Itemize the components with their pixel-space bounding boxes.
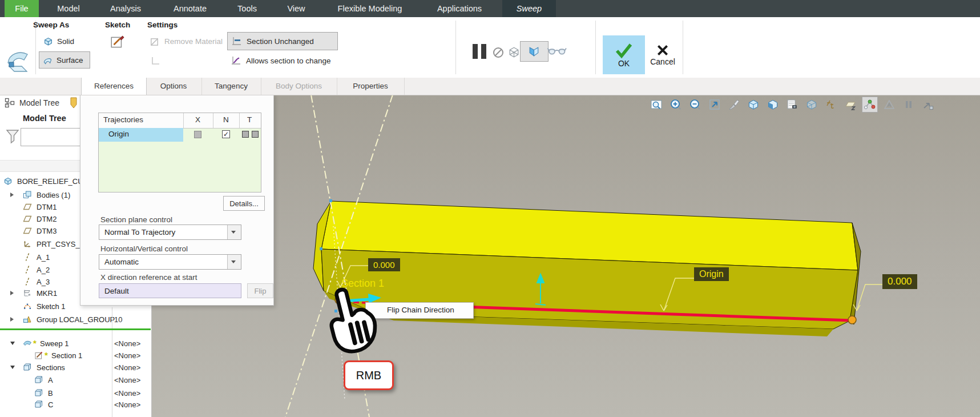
t-checkbox-1[interactable] [242,131,249,138]
menu-model[interactable]: Model [50,0,87,17]
menu-analysis[interactable]: Analysis [103,0,148,17]
pause-icon[interactable] [901,97,917,113]
hv-control-select[interactable]: Automatic [99,254,241,270]
n-checkbox[interactable]: ✓ [222,130,230,138]
flip-button: Flip [247,283,273,298]
view-manager-icon[interactable] [804,97,820,113]
tree-item-group-local-group[interactable]: Group LOCAL_GROUP10 [0,314,150,325]
3d-scene [151,95,980,417]
tree-item-sections[interactable]: Sections<None> [0,362,150,373]
start-trajectory-dim[interactable]: 0.000 [368,258,400,271]
tree-item-label: C [48,400,53,409]
mkr-icon [23,288,32,298]
tab-references[interactable]: References [81,78,147,95]
tree-item-label: A [48,376,53,384]
cancel-button[interactable]: Cancel [644,35,681,74]
section-plane-control-select[interactable]: Normal To Trajectory [99,224,241,240]
datum-display-icon[interactable] [862,97,878,113]
tree-item-label: Group LOCAL_GROUP [37,315,115,324]
section-unchanged-button[interactable]: Section Unchanged [227,32,338,50]
insert-indicator-line[interactable] [0,328,151,330]
tree-item-value: 10 [114,315,122,324]
tree-item-sweep-1[interactable]: *Sweep 1<None> [0,338,150,349]
tree-item-label: DTM1 [37,203,57,211]
references-panel: Trajectories X N T Origin ✓ Details... S… [80,93,274,306]
section-plane-control-label: Section plane control [100,215,172,224]
tree-item-label: Sweep 1 [40,339,69,348]
col-t: T [247,115,252,124]
t-checkbox-2[interactable] [252,131,259,138]
tree-item-b[interactable]: B<None> [0,387,150,399]
ok-button[interactable]: OK [603,35,645,74]
tree-item-label: MKR1 [37,289,57,298]
tab-tangency[interactable]: Tangency [201,78,261,95]
tree-item-c[interactable]: C<None> [0,399,150,410]
sketch-button[interactable] [106,32,129,53]
plane-display-icon[interactable] [842,97,858,113]
pause-button[interactable] [469,43,490,59]
remove-material-icon [150,36,160,47]
menu-applications[interactable]: Applications [431,0,488,17]
drag-handle-icon[interactable] [920,97,936,113]
refit-icon[interactable] [707,97,723,113]
end-trajectory-dim[interactable]: 0.000 [882,274,917,289]
glasses-button[interactable] [543,45,572,61]
shaded-preview-icon [527,45,542,59]
end-point-handle[interactable] [848,316,856,324]
menu-file[interactable]: File [5,0,39,17]
chevron-down-icon[interactable] [227,255,241,269]
part-icon [3,177,13,186]
box-icon [34,388,43,398]
tree-item-a[interactable]: A<None> [0,374,150,386]
sketch-header: Sketch [105,21,130,29]
menu-sweep[interactable]: Sweep [502,0,556,17]
sweep-as-header: Sweep As [33,21,69,29]
collapse-arrow-icon[interactable] [10,366,15,369]
sweep-icon [23,339,32,348]
zoom-out-icon[interactable] [687,97,703,113]
expand-arrow-icon[interactable] [10,317,14,322]
expand-arrow-icon[interactable] [10,291,14,295]
tab-options[interactable]: Options [146,78,202,95]
tree-item-label: DTM3 [37,227,57,235]
chevron-down-icon[interactable] [227,225,241,239]
menu-tools[interactable]: Tools [231,0,263,17]
rmb-callout: RMB [344,360,394,390]
creo-window: 0.000 0.000 Origin Section 1 Flip Chain … [0,0,980,417]
menu-view[interactable]: View [281,0,312,17]
sketch-icon [110,34,126,50]
repaint-icon[interactable] [726,97,742,113]
sketch-display-icon[interactable] [881,97,897,113]
section-view-icon[interactable] [765,97,781,113]
x-direction-field[interactable]: Default [99,283,241,298]
col-n: N [223,115,229,124]
menu-annotate[interactable]: Annotate [166,0,215,17]
allows-section-change-button[interactable]: Allows section to change [227,53,346,69]
trajectory-name: Origin [99,128,183,142]
tree-item-value: <None> [114,376,140,384]
origin-label: Origin [694,267,729,281]
tree-item-section-1[interactable]: *Section 1<None> [0,350,150,361]
hand-cursor-icon [320,287,382,359]
zoom-region-icon[interactable] [648,97,664,113]
new-feature-icon: * [33,338,37,348]
saved-orientations-icon[interactable] [784,97,800,113]
x-checkbox[interactable] [194,131,201,138]
trajectory-row-origin[interactable]: Origin ✓ [99,128,261,142]
bodies-icon [23,190,32,199]
tree-item-label: Sections [37,363,65,372]
menu-flexible-modeling[interactable]: Flexible Modeling [328,0,412,17]
col-trajectories: Trajectories [103,115,143,124]
details-button[interactable]: Details... [223,196,265,211]
tab-properties[interactable]: Properties [337,78,405,95]
solid-button[interactable]: Solid [40,33,78,49]
display-style-icon[interactable] [745,97,761,113]
new-feature-icon: * [45,350,48,360]
annotation-display-icon[interactable] [823,97,839,113]
collapse-arrow-icon[interactable] [10,342,15,345]
expand-arrow-icon[interactable] [10,193,14,197]
zoom-in-icon[interactable] [668,97,684,113]
sketch-placeholder-button[interactable] [146,53,164,69]
tree-item-value: <None> [114,339,140,348]
surface-button[interactable]: Surface [39,51,90,69]
